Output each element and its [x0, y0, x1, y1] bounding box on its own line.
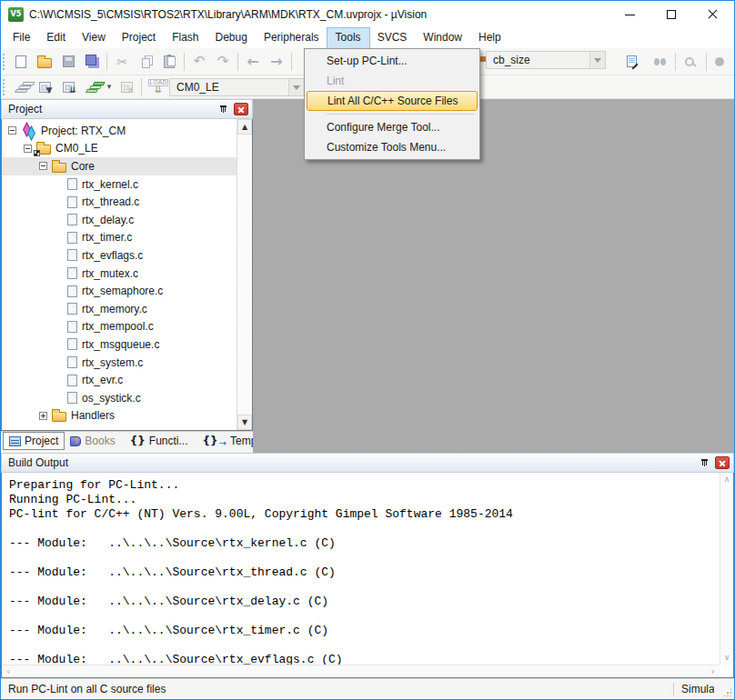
tree-item-cm0-le[interactable]: CM0_LE [2, 140, 252, 158]
download-button[interactable]: LOAD ⇊ [145, 77, 172, 97]
tree-item-handlers[interactable]: Handlers [2, 407, 252, 425]
collapse-icon[interactable] [8, 126, 16, 135]
tree-item-rtx-evflags-c[interactable]: rtx_evflags.c [2, 246, 252, 265]
zoom-button[interactable] [678, 52, 701, 72]
navigate-forward-button[interactable]: → [265, 52, 288, 72]
expand-icon[interactable] [39, 412, 47, 420]
open-folder-icon [37, 58, 52, 68]
collapse-icon[interactable] [24, 145, 32, 153]
new-file-button[interactable] [9, 52, 33, 72]
tree-item-rtx-evr-c[interactable]: rtx_evr.c [2, 371, 252, 389]
resize-grip[interactable] [723, 688, 731, 696]
batch-build-dropdown[interactable]: ▾ [104, 77, 115, 97]
undo-button[interactable]: ↶ [187, 52, 211, 72]
tree-item-core[interactable]: Core [2, 157, 252, 175]
menu-item-customize-tools-menu[interactable]: Customize Tools Menu... [305, 137, 479, 157]
pin-icon[interactable] [700, 458, 710, 468]
menu-debug[interactable]: Debug [207, 28, 256, 48]
menu-peripherals[interactable]: Peripherals [256, 28, 327, 48]
close-button[interactable] [692, 1, 734, 28]
new-file-icon [15, 55, 26, 68]
scroll-down-icon[interactable]: ∨ [724, 654, 730, 662]
scroll-down-icon[interactable]: ▼ [237, 415, 252, 430]
copy-button[interactable] [134, 52, 157, 72]
open-file-button[interactable] [33, 52, 56, 72]
target-select[interactable]: CM0_LE [169, 78, 305, 96]
rebuild-button[interactable]: ⇊ [56, 77, 80, 97]
browse-button[interactable] [645, 52, 669, 72]
combo-dropdown-icon[interactable] [589, 52, 605, 68]
menu-svcs[interactable]: SVCS [369, 28, 416, 48]
toolbar-grip[interactable] [3, 54, 6, 70]
build-output-vscrollbar[interactable]: ∧ ∨ [720, 473, 733, 665]
find-in-files-button[interactable] [619, 52, 643, 72]
breakpoint-button[interactable] [708, 52, 731, 72]
menu-project[interactable]: Project [114, 28, 164, 48]
menu-tools[interactable]: Tools [327, 28, 369, 48]
menu-item-lint-all-sources[interactable]: Lint All C/C++ Source Files [307, 91, 478, 111]
minimize-button[interactable] [609, 1, 650, 28]
batch-build-button[interactable] [80, 77, 104, 97]
project-tree: Project: RTX_CM CM0_LE Core rtx_kernel.c… [1, 119, 253, 431]
title-bar[interactable]: V5 C:\W\CMSIS_5\CMSIS\RTOS2\RTX\Library\… [1, 1, 734, 28]
stop-build-button[interactable]: ✕ [115, 77, 138, 97]
target-name: CM0_LE [176, 81, 219, 94]
build-output-hscrollbar[interactable]: ‹ › [2, 665, 720, 677]
build-output-text: Preparing for PC-Lint... Running PC-Lint… [2, 473, 733, 673]
tree-item-rtx-delay-c[interactable]: rtx_delay.c [2, 211, 252, 229]
menu-edit[interactable]: Edit [38, 28, 74, 48]
cut-button[interactable]: ✂ [110, 52, 134, 72]
scroll-up-icon[interactable]: ▲ [237, 119, 252, 135]
project-panel-tabbar: Project Books {} Functi... {} → Templa..… [1, 431, 253, 453]
save-button[interactable] [56, 52, 80, 72]
tree-item-rtx-system-c[interactable]: rtx_system.c [2, 354, 252, 372]
build-output-close-button[interactable] [715, 456, 730, 469]
translate-button[interactable] [9, 77, 33, 97]
redo-button[interactable]: ↷ [211, 52, 235, 72]
maximize-button[interactable] [650, 1, 692, 28]
status-mode: Simula [681, 683, 714, 695]
tree-item-os-systick-c[interactable]: os_systick.c [2, 389, 252, 407]
tree-item-project-rtx-cm[interactable]: Project: RTX_CM [2, 122, 252, 140]
tab-functions[interactable]: {} Functi... [125, 432, 194, 450]
find-in-files-combo[interactable]: cb_size [486, 51, 606, 69]
collapse-icon[interactable] [39, 162, 47, 170]
tree-item-rtx-semaphore-c[interactable]: rtx_semaphore.c [2, 282, 252, 300]
search-text: cb_size [493, 54, 530, 66]
tree-item-rtx-mempool-c[interactable]: rtx_mempool.c [2, 318, 252, 336]
menu-item-configure-merge-tool[interactable]: Configure Merge Tool... [305, 117, 479, 137]
combo-dropdown-icon[interactable] [288, 79, 304, 95]
scroll-right-icon[interactable]: › [711, 666, 715, 676]
build-button[interactable]: ▼ [33, 77, 56, 97]
scroll-up-icon[interactable]: ∧ [724, 475, 730, 484]
menu-window[interactable]: Window [415, 28, 470, 48]
menu-view[interactable]: View [74, 28, 114, 48]
tree-item-rtx-kernel-c[interactable]: rtx_kernel.c [2, 175, 252, 194]
tree-scrollbar[interactable]: ▲ ▼ [237, 119, 252, 430]
save-all-button[interactable] [80, 52, 104, 72]
menu-help[interactable]: Help [470, 28, 509, 48]
tree-item-rtx-timer-c[interactable]: rtx_timer.c [2, 229, 252, 247]
menu-flash[interactable]: Flash [164, 28, 206, 48]
tree-item-rtx-memory-c[interactable]: rtx_memory.c [2, 300, 252, 318]
pin-icon[interactable] [219, 105, 228, 115]
build-output-content[interactable]: Preparing for PC-Lint... Running PC-Lint… [1, 473, 734, 678]
tree-item-rtx-msgqueue-c[interactable]: rtx_msgqueue.c [2, 335, 252, 354]
tab-project[interactable]: Project [3, 432, 65, 450]
menu-item-lint[interactable]: Lint [305, 71, 479, 91]
project-tab-icon [9, 436, 21, 446]
tab-books[interactable]: Books [65, 432, 120, 450]
tree-item-rtx-thread-c[interactable]: rtx_thread.c [2, 193, 252, 211]
window-controls [609, 1, 734, 28]
tree-item-rtx-mutex-c[interactable]: rtx_mutex.c [2, 265, 252, 283]
menu-file[interactable]: File [5, 28, 38, 48]
menu-item-setup-pc-lint[interactable]: Set-up PC-Lint... [305, 51, 479, 71]
c-file-icon [67, 285, 77, 297]
status-message: Run PC-Lint on all C source files [8, 683, 166, 695]
save-icon [63, 55, 75, 67]
scroll-left-icon[interactable]: ‹ [6, 666, 10, 676]
navigate-back-button[interactable]: ← [241, 52, 265, 72]
toolbar-grip[interactable] [3, 79, 6, 95]
paste-button[interactable] [157, 52, 181, 72]
project-panel-close-button[interactable] [234, 103, 248, 115]
